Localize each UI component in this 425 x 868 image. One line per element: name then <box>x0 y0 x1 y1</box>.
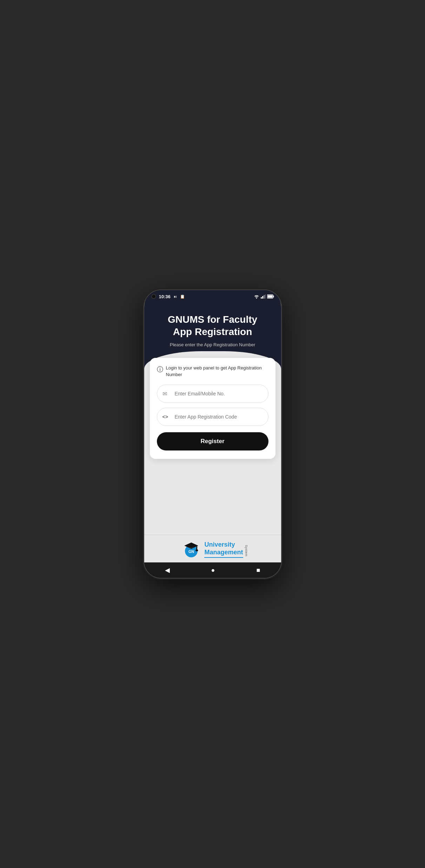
code-input-group: <> <box>157 408 268 426</box>
content-area <box>144 459 281 535</box>
register-button[interactable]: Register <box>157 432 268 450</box>
media-icon: ⏯ <box>173 294 177 299</box>
info-icon: ⓘ <box>157 365 163 374</box>
svg-rect-6 <box>267 295 272 298</box>
svg-rect-1 <box>262 296 263 299</box>
recent-button[interactable]: ■ <box>251 564 266 577</box>
signal-icon <box>261 294 266 299</box>
footer-system-label: System <box>245 545 248 556</box>
svg-rect-5 <box>273 296 274 298</box>
code-input-wrapper: <> <box>157 408 268 426</box>
email-input[interactable] <box>157 385 268 403</box>
footer-management-label: Management <box>204 549 243 558</box>
email-icon: ✉ <box>162 390 167 397</box>
footer-brand: University Management System <box>204 541 243 557</box>
svg-point-11 <box>196 549 198 551</box>
app-subtitle: Please enter the App Registration Number <box>155 342 271 347</box>
app-title: GNUMS for Faculty App Registration <box>155 313 271 338</box>
navigation-bar: ◀ ● ■ <box>144 562 281 578</box>
svg-rect-0 <box>261 297 262 299</box>
svg-rect-3 <box>265 294 266 299</box>
registration-code-input[interactable] <box>157 408 268 426</box>
camera-dot <box>151 294 156 299</box>
footer-text: University Management <box>204 541 243 557</box>
home-button[interactable]: ● <box>206 564 221 577</box>
screen: GNUMS for Faculty App Registration Pleas… <box>144 303 281 562</box>
footer: GN University Management System <box>144 535 281 562</box>
wifi-icon <box>254 294 259 299</box>
email-input-wrapper: ✉ <box>157 385 268 403</box>
university-logo-icon: GN <box>182 540 201 559</box>
status-bar: 10:36 ⏯ 📋 <box>144 290 281 303</box>
footer-university-label: University <box>204 541 243 549</box>
svg-rect-10 <box>197 546 198 550</box>
info-banner: ⓘ Login to your web panel to get App Reg… <box>157 365 268 378</box>
email-input-group: ✉ <box>157 385 268 403</box>
clipboard-icon: 📋 <box>180 294 185 299</box>
phone-frame: 10:36 ⏯ 📋 <box>144 290 281 578</box>
back-button[interactable]: ◀ <box>159 563 175 577</box>
registration-card: ⓘ Login to your web panel to get App Reg… <box>150 358 275 459</box>
status-icons-right <box>254 294 274 299</box>
battery-icon <box>267 294 274 299</box>
status-time: 10:36 <box>159 294 171 299</box>
svg-text:GN: GN <box>188 549 194 554</box>
status-left: 10:36 ⏯ 📋 <box>151 294 185 299</box>
code-icon: <> <box>162 414 168 420</box>
info-text: Login to your web panel to get App Regis… <box>166 365 268 378</box>
svg-rect-2 <box>264 295 265 299</box>
